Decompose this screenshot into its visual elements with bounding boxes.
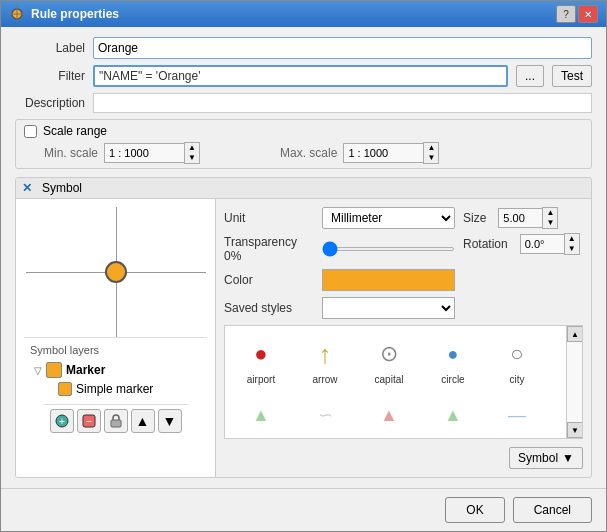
symbol-label-arrow: arrow (312, 374, 337, 385)
svg-rect-7 (111, 420, 121, 427)
svg-text:+: + (58, 415, 64, 427)
lock-layer-button[interactable] (104, 409, 128, 433)
size-up[interactable]: ▲ (543, 208, 557, 218)
symbol-next-5[interactable]: — (487, 393, 547, 438)
scroll-track (567, 342, 582, 422)
symbol-glyph-capital: ⊙ (371, 336, 407, 372)
transparency-slider[interactable] (322, 247, 455, 251)
symbol-item-arrow[interactable]: ↑ arrow (295, 332, 355, 389)
filter-dots-button[interactable]: ... (516, 65, 544, 87)
rotation-input[interactable] (520, 234, 564, 254)
symbol-btn-label: Symbol (518, 451, 558, 465)
min-scale-spinbox[interactable]: ▲ ▼ (184, 142, 200, 164)
symbol-section-title: Symbol (42, 181, 82, 195)
symbol-next-4[interactable]: ▲ (423, 393, 483, 438)
min-scale-label: Min. scale (44, 146, 98, 160)
max-scale-down[interactable]: ▼ (424, 153, 438, 163)
size-label: Size (463, 211, 486, 225)
min-scale-down[interactable]: ▼ (185, 153, 199, 163)
min-scale-input[interactable] (104, 143, 184, 163)
layer-marker-label: Marker (66, 363, 105, 377)
description-input[interactable] (93, 93, 592, 113)
svg-text:−: − (85, 415, 91, 427)
remove-layer-button[interactable]: − (77, 409, 101, 433)
symbol-next-2[interactable]: ∽ (295, 393, 355, 438)
title-bar: Rule properties ? ✕ (1, 1, 606, 27)
symbol-item-circle[interactable]: ● circle (423, 332, 483, 389)
symbol-expand-icon[interactable]: ✕ (22, 181, 36, 195)
color-picker[interactable] (322, 269, 455, 291)
color-label: Color (224, 273, 314, 287)
scroll-down-button[interactable]: ▼ (567, 422, 583, 438)
cancel-button[interactable]: Cancel (513, 497, 592, 523)
layer-simple-icon (58, 382, 72, 396)
symbol-label-circle: circle (441, 374, 464, 385)
description-label: Description (15, 96, 85, 110)
close-button[interactable]: ✕ (578, 5, 598, 23)
max-scale-spinbox[interactable]: ▲ ▼ (423, 142, 439, 164)
size-spinbox[interactable]: ▲ ▼ (542, 207, 558, 229)
layer-expand-icon: ▽ (34, 365, 42, 376)
symbol-preview-area (26, 207, 206, 337)
size-input[interactable] (498, 208, 542, 228)
saved-styles-label: Saved styles (224, 301, 314, 315)
layer-marker-item[interactable]: ▽ Marker (34, 360, 201, 380)
saved-styles-select[interactable] (322, 297, 455, 319)
window-title: Rule properties (31, 7, 119, 21)
move-down-button[interactable]: ▼ (158, 409, 182, 433)
move-up-button[interactable]: ▲ (131, 409, 155, 433)
rotation-down[interactable]: ▼ (565, 244, 579, 254)
symbol-glyph-city: ○ (499, 336, 535, 372)
symbol-item-airport[interactable]: ● airport (231, 332, 291, 389)
symbols-grid: ● airport ↑ arrow ⊙ capital ● circle ○ c… (225, 326, 566, 438)
symbol-label-city: city (510, 374, 525, 385)
symbol-glyph-circle: ● (435, 336, 471, 372)
max-scale-up[interactable]: ▲ (424, 143, 438, 153)
symbol-item-city[interactable]: ○ city (487, 332, 547, 389)
unit-select[interactable]: Millimeter (322, 207, 455, 229)
symbol-next-3[interactable]: ▲ (359, 393, 419, 438)
transparency-label: Transparency 0% (224, 235, 314, 263)
layer-marker-icon (46, 362, 62, 378)
symbol-dropdown-button[interactable]: Symbol ▼ (509, 447, 583, 469)
preview-dot (105, 261, 127, 283)
layer-simple-item[interactable]: Simple marker (58, 380, 201, 398)
layer-simple-label: Simple marker (76, 382, 153, 396)
size-down[interactable]: ▼ (543, 218, 557, 228)
symbol-glyph-arrow: ↑ (307, 336, 343, 372)
symbol-section-header: ✕ Symbol (16, 178, 591, 199)
ok-button[interactable]: OK (445, 497, 504, 523)
label-field-label: Label (15, 41, 85, 55)
help-button[interactable]: ? (556, 5, 576, 23)
rotation-label: Rotation (463, 237, 508, 251)
symbol-item-capital[interactable]: ⊙ capital (359, 332, 419, 389)
max-scale-input[interactable] (343, 143, 423, 163)
rotation-up[interactable]: ▲ (565, 234, 579, 244)
scroll-up-button[interactable]: ▲ (567, 326, 583, 342)
rotation-spinbox[interactable]: ▲ ▼ (564, 233, 580, 255)
symbols-scrollbar[interactable]: ▲ ▼ (566, 326, 582, 438)
scale-range-checkbox[interactable] (24, 125, 37, 138)
symbol-next-1[interactable]: ▲ (231, 393, 291, 438)
filter-input[interactable] (93, 65, 508, 87)
max-scale-label: Max. scale (280, 146, 337, 160)
symbol-label-capital: capital (375, 374, 404, 385)
add-layer-button[interactable]: + (50, 409, 74, 433)
test-button[interactable]: Test (552, 65, 592, 87)
unit-label: Unit (224, 211, 314, 225)
label-input[interactable] (93, 37, 592, 59)
scale-range-label: Scale range (43, 124, 107, 138)
filter-field-label: Filter (15, 69, 85, 83)
symbol-dropdown-arrow: ▼ (562, 451, 574, 465)
symbol-label-airport: airport (247, 374, 275, 385)
min-scale-up[interactable]: ▲ (185, 143, 199, 153)
symbol-glyph-airport: ● (243, 336, 279, 372)
window-icon (9, 6, 25, 22)
layers-label: Symbol layers (30, 344, 201, 356)
